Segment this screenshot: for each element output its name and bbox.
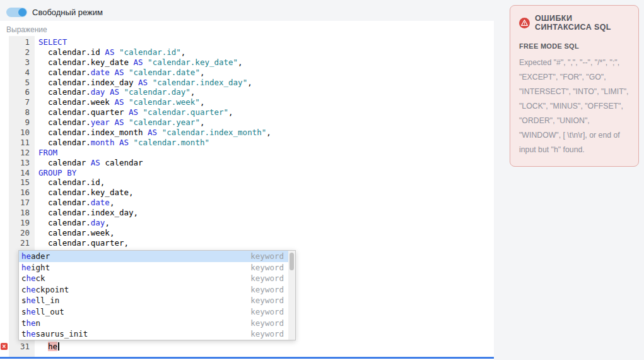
line-number: 9 xyxy=(0,117,35,128)
autocomplete-dropdown: headerkeywordheightkeywordcheckkeywordch… xyxy=(18,250,296,340)
line-number: 7 xyxy=(0,97,35,107)
free-mode-toggle[interactable] xyxy=(6,8,27,17)
line-number: 17 xyxy=(0,198,35,208)
code-line[interactable]: 12FROM xyxy=(0,148,494,158)
suggestion-kind: keyword xyxy=(250,306,284,318)
code-line[interactable]: 6 calendar.day AS "calendar.day", xyxy=(0,87,494,97)
code-line[interactable]: 5 calendar.index_day AS "calendar.index_… xyxy=(0,78,494,88)
suggestion-kind: keyword xyxy=(250,284,284,296)
suggestion-text: check xyxy=(21,273,45,284)
line-number: 11 xyxy=(0,138,35,148)
line-number: 15 xyxy=(0,177,35,188)
suggestion-text: checkpoint xyxy=(21,284,69,296)
text-cursor xyxy=(58,342,59,351)
autocomplete-item[interactable]: heightkeyword xyxy=(19,262,295,273)
screen: Свободный режим Выражение 1SELECT2 calen… xyxy=(0,0,644,360)
code-line[interactable]: 16 calendar.key_date, xyxy=(0,188,494,198)
suggestion-kind: keyword xyxy=(250,295,284,306)
expression-label: Выражение xyxy=(6,25,47,34)
suggestion-kind: keyword xyxy=(250,318,284,329)
line-number: 6 xyxy=(0,87,35,97)
suggestion-kind: keyword xyxy=(250,273,284,284)
code-line[interactable]: ×31 he xyxy=(0,342,494,352)
line-number: 10 xyxy=(0,128,35,138)
code-line[interactable]: 14GROUP BY xyxy=(0,168,494,178)
sql-expression-editor[interactable]: Выражение 1SELECT2 calendar.id AS "calen… xyxy=(0,21,494,360)
autocomplete-item[interactable]: thenkeyword xyxy=(19,318,295,329)
code-line[interactable]: 2 calendar.id AS "calendar.id", xyxy=(0,47,494,57)
suggestion-text: header xyxy=(21,251,50,262)
code-line[interactable]: 20 calendar.week, xyxy=(0,228,494,238)
free-mode-row: Свободный режим xyxy=(6,6,103,18)
code-line[interactable]: 9 calendar.year AS "calendar.year", xyxy=(0,117,494,128)
line-number: 14 xyxy=(0,168,35,178)
suggestion-kind: keyword xyxy=(250,251,284,262)
suggestion-text: thesaurus_init xyxy=(21,328,88,340)
scrollbar-thumb[interactable] xyxy=(290,253,294,270)
code-line[interactable]: 15 calendar.id, xyxy=(0,177,494,188)
line-number: 5 xyxy=(0,78,35,88)
code-line[interactable]: 1SELECT xyxy=(0,37,494,47)
code-line[interactable]: 10 calendar.index_month AS "calendar.ind… xyxy=(0,128,494,138)
warning-icon xyxy=(519,18,530,28)
code-line[interactable]: 21 calendar.quarter, xyxy=(0,238,494,248)
autocomplete-item[interactable]: checkkeyword xyxy=(19,273,295,284)
line-number: 12 xyxy=(0,148,35,158)
line-number: 21 xyxy=(0,238,35,248)
line-error-icon: × xyxy=(1,343,8,350)
code-line[interactable]: 17 calendar.date, xyxy=(0,198,494,208)
autocomplete-item[interactable]: thesaurus_initkeyword xyxy=(19,328,295,340)
suggestion-kind: keyword xyxy=(250,328,284,340)
line-number: 20 xyxy=(0,228,35,238)
line-number: ×31 xyxy=(0,342,35,352)
line-number: 4 xyxy=(0,68,35,78)
suggestion-text: height xyxy=(21,262,50,273)
sql-syntax-error-panel: ОШИБКИ СИНТАКСИСА SQL FREE MODE SQL Expe… xyxy=(510,5,639,167)
code-line[interactable]: 19 calendar.day, xyxy=(0,218,494,228)
line-number: 1 xyxy=(0,37,35,47)
code-line[interactable]: 18 calendar.index_day, xyxy=(0,208,494,218)
suggestion-text: shell_out xyxy=(21,306,64,318)
autocomplete-item[interactable]: shell_outkeyword xyxy=(19,306,295,318)
code-line[interactable]: 3 calendar.key_date AS "calendar.key_dat… xyxy=(0,57,494,68)
error-message: Expected "#", ",", "--", "/*", ";", "EXC… xyxy=(519,56,629,157)
line-number: 3 xyxy=(0,57,35,68)
code-line[interactable]: 4 calendar.date AS "calendar.date", xyxy=(0,68,494,78)
code-line[interactable]: 8 calendar.quarter AS "calendar.quarter"… xyxy=(0,107,494,117)
error-panel-header: ОШИБКИ СИНТАКСИСА SQL xyxy=(519,14,629,32)
error-panel-title: ОШИБКИ СИНТАКСИСА SQL xyxy=(535,14,629,32)
suggestion-text: then xyxy=(21,318,40,329)
autocomplete-scrollbar[interactable] xyxy=(288,251,295,340)
error-panel-subtitle: FREE MODE SQL xyxy=(519,42,629,50)
line-number: 19 xyxy=(0,218,35,228)
suggestion-kind: keyword xyxy=(250,262,284,273)
editor-focus-underline xyxy=(0,357,494,359)
toggle-knob xyxy=(18,8,26,16)
code-line[interactable]: 11 calendar.month AS "calendar.month" xyxy=(0,138,494,148)
suggestion-text: shell_in xyxy=(21,295,59,306)
free-mode-label: Свободный режим xyxy=(32,8,103,17)
line-number: 16 xyxy=(0,188,35,198)
autocomplete-item[interactable]: checkpointkeyword xyxy=(19,284,295,296)
code-line[interactable]: 7 calendar.week AS "calendar.week", xyxy=(0,97,494,107)
line-number: 18 xyxy=(0,208,35,218)
line-number: 2 xyxy=(0,47,35,57)
code-line[interactable]: 13 calendar AS calendar xyxy=(0,158,494,168)
line-number: 13 xyxy=(0,158,35,168)
autocomplete-item[interactable]: headerkeyword xyxy=(19,251,295,262)
line-number: 8 xyxy=(0,107,35,117)
autocomplete-item[interactable]: shell_inkeyword xyxy=(19,295,295,306)
